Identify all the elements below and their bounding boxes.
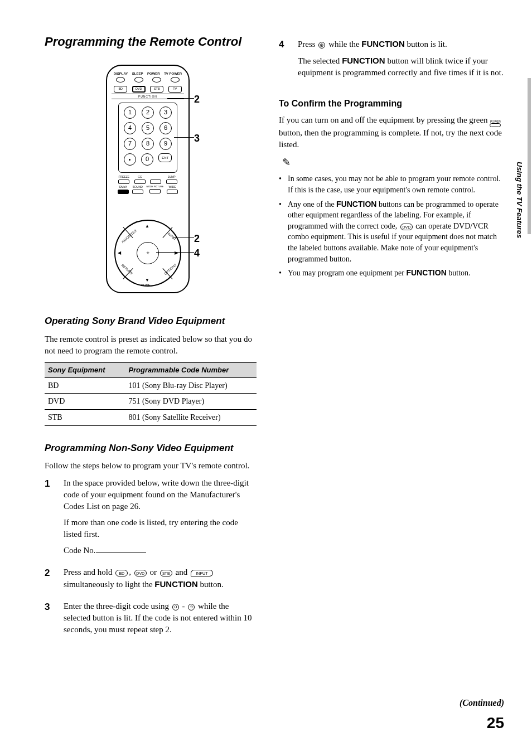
func-dvd: DVD	[132, 86, 146, 93]
confirm-body: If you can turn on and off the equipment…	[279, 114, 504, 151]
step-1: 1 In the space provided below, write dow…	[45, 477, 257, 561]
left-column: Programming the Remote Control DISPLAY S…	[45, 33, 257, 734]
bd-icon: BD	[115, 570, 128, 576]
table-row: DVD751 (Sony DVD Player)	[45, 394, 257, 410]
note-icon: ✎	[280, 159, 293, 166]
power-icon: POWER	[490, 120, 501, 127]
page-number: 25	[487, 712, 504, 734]
func-bd: BD	[114, 86, 127, 93]
table-row: STB801 (Sony Satellite Receiver)	[45, 409, 257, 425]
step-2: 2 Press and hold BD, DVD or STB and INPU…	[45, 566, 257, 595]
callout-2-bottom: 2	[194, 232, 200, 246]
table-row: BD101 (Sony Blu-ray Disc Player)	[45, 377, 257, 394]
step-4: 4 Press ⊕ while the FUNCTION button is l…	[279, 38, 504, 83]
numpad: 123 456 789 0ENT	[118, 103, 177, 173]
func-stb: STB	[150, 86, 163, 93]
dvd-icon: DVD	[400, 224, 413, 230]
plus-icon: ⊕	[318, 42, 325, 49]
callout-2-top: 2	[194, 93, 200, 106]
remote-label-tvpower: TV POWER	[164, 71, 182, 76]
func-tv: TV	[168, 86, 182, 93]
notes-list: In some cases, you may not be able to pr…	[279, 173, 504, 278]
dpad: ✦ ▲▼ ◀▶ FAVORITES INPUT RETURN OPTIONS H…	[114, 220, 181, 287]
remote-label-display: DISPLAY	[114, 71, 128, 76]
side-tab-bar	[528, 78, 531, 234]
callout-3: 3	[194, 132, 200, 146]
codes-table: Sony Equipment Programmable Code Number …	[45, 362, 257, 426]
remote-label-power: POWER	[147, 71, 160, 76]
continued-label: (Continued)	[460, 697, 504, 709]
zero-icon: 0	[172, 604, 179, 610]
nine-icon: 9	[188, 604, 195, 610]
section-heading-sony: Operating Sony Brand Video Equipment	[45, 314, 257, 328]
list-item: In some cases, you may not be able to pr…	[279, 173, 504, 195]
input-icon: INPUT	[191, 570, 213, 576]
section1-intro: The remote control is preset as indicate…	[45, 333, 257, 357]
table-header-code: Programmable Code Number	[125, 362, 257, 377]
code-entry-line	[96, 546, 146, 553]
page-title: Programming the Remote Control	[45, 33, 257, 51]
side-tab-label: Using the TV Features	[514, 162, 524, 238]
stb-icon: STB	[160, 570, 172, 576]
section-heading-nonsony: Programming Non-Sony Video Equipment	[45, 442, 257, 455]
confirm-heading: To Confirm the Programming	[279, 98, 504, 110]
step-3: 3 Enter the three-digit code using 0 - 9…	[45, 600, 257, 640]
remote-figure: DISPLAY SLEEP POWER TV POWER BD DVD STB …	[89, 65, 212, 299]
callout-4: 4	[194, 246, 200, 260]
list-item: You may program one equipment per FUNCTI…	[279, 268, 504, 279]
remote-label-sleep: SLEEP	[132, 71, 143, 76]
section2-intro: Follow the steps below to program your T…	[45, 460, 257, 472]
table-header-equipment: Sony Equipment	[45, 362, 125, 377]
dvd-icon: DVD	[134, 570, 147, 576]
list-item: Any one of the FUNCTION buttons can be p…	[279, 199, 504, 265]
right-column: 4 Press ⊕ while the FUNCTION button is l…	[279, 33, 504, 734]
